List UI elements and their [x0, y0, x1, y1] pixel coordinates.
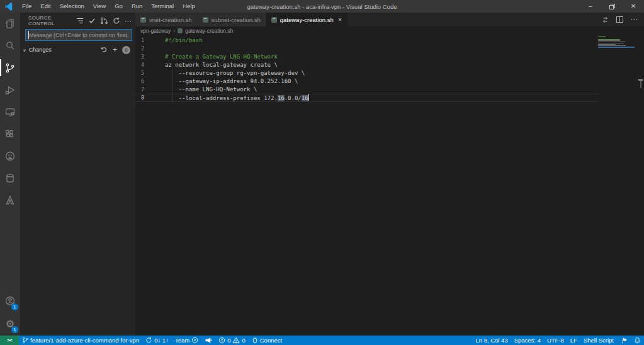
settings-button[interactable]: ⚙ 1 — [0, 313, 20, 336]
code-comment: # Create a Gateway LNG-HQ-Network — [165, 54, 278, 60]
code-line[interactable]: 4az network local-gateway create \ — [135, 61, 598, 69]
sidebar-item-search[interactable] — [0, 35, 20, 57]
sidebar-item-azure[interactable] — [0, 189, 20, 211]
code-line[interactable]: 2 — [135, 45, 598, 53]
code-editor[interactable]: 1#!/bin/bash23# Create a Gateway LNG-HQ-… — [135, 35, 644, 336]
changes-section-header[interactable]: ∨ Changes + 0 — [20, 43, 135, 57]
language-mode-item[interactable]: Shell Script — [580, 336, 617, 345]
notifications-status-item[interactable] — [631, 336, 644, 345]
code-token: --local-address-prefixes 172. — [165, 95, 278, 101]
code-line[interactable]: 3# Create a Gateway LNG-HQ-Network — [135, 53, 598, 61]
sidebar-item-explorer[interactable] — [0, 13, 20, 35]
branch-status-item[interactable]: feature/1-add-azure-cli-command-for-vpn — [19, 336, 142, 345]
menu-edit[interactable]: Edit — [36, 0, 55, 13]
breadcrumb-file[interactable]: gateway-creation.sh — [185, 28, 233, 34]
code-line[interactable]: 7 --name LNG-HQ-Network \ — [135, 86, 598, 94]
stage-all-icon[interactable]: + — [113, 45, 117, 54]
line-number: 2 — [135, 45, 144, 53]
problems-status-item[interactable]: 0 0 — [215, 336, 249, 345]
more-actions-icon[interactable]: ⋯ — [125, 17, 132, 25]
line-number: 4 — [135, 61, 144, 69]
team-status-item[interactable]: Team — [172, 336, 201, 345]
menu-run[interactable]: Run — [127, 0, 147, 13]
text-caret — [28, 31, 29, 39]
sidebar-item-remote-explorer[interactable] — [0, 101, 20, 123]
cursor-position-item[interactable]: Ln 8, Col 43 — [472, 336, 511, 345]
sidebar-item-source-control[interactable] — [0, 57, 20, 79]
sidebar-item-extensions[interactable] — [0, 123, 20, 145]
code-token: --gateway-ip-address 94.0.252.160 \ — [165, 78, 298, 84]
create-pull-request-icon[interactable] — [100, 17, 108, 25]
panel-title: SOURCE CONTROL — [28, 15, 76, 26]
accounts-button[interactable]: 1 — [0, 289, 20, 313]
menu-help[interactable]: Help — [178, 0, 200, 13]
overview-ruler[interactable] — [636, 35, 644, 336]
split-editor-icon[interactable] — [616, 16, 624, 23]
line-number: 5 — [135, 69, 144, 77]
line-text: --name LNG-HQ-Network \ — [144, 86, 257, 94]
sync-status-item[interactable]: 0↓ 1↑ — [142, 336, 172, 345]
remote-indicator[interactable]: >< — [0, 336, 19, 345]
indentation-item[interactable]: Spaces: 4 — [511, 336, 544, 345]
minimap-line — [598, 43, 624, 43]
warnings-icon — [232, 337, 240, 344]
menu-view[interactable]: View — [89, 0, 110, 13]
menu-go[interactable]: Go — [110, 0, 127, 13]
source-control-panel: SOURCE CONTROL ⋯ — [20, 13, 135, 336]
encoding-item[interactable]: UTF-8 — [544, 336, 567, 345]
tab-label: gateway-creation.sh — [280, 16, 334, 23]
tab-subnet-creation[interactable]: subnet-creation.sh — [198, 13, 266, 26]
code-line[interactable]: 5 --resource-group rg-vpn-gateway-dev \ — [135, 69, 598, 77]
menu-file[interactable]: File — [18, 0, 36, 13]
chevron-down-icon: ∨ — [23, 47, 26, 52]
code-token: --resource-group rg-vpn-gateway-dev \ — [165, 70, 305, 76]
code-line[interactable]: 8 --local-address-prefixes 172.16.0.0/16 — [135, 94, 598, 102]
tab-vnet-creation[interactable]: vnet-creation.sh — [135, 13, 198, 26]
menu-terminal[interactable]: Terminal — [147, 0, 178, 13]
tab-bar: vnet-creation.sh subnet-creation.sh gate… — [135, 13, 644, 26]
open-changes-icon[interactable] — [601, 16, 609, 24]
menu-selection[interactable]: Selection — [55, 0, 89, 13]
commit-message-input[interactable] — [25, 29, 132, 41]
warning-count: 0 — [242, 337, 245, 344]
run-debug-icon — [3, 83, 17, 97]
breadcrumb-folder[interactable]: vpn-gateway — [140, 28, 171, 34]
branch-icon — [22, 337, 28, 344]
tab-gateway-creation[interactable]: gateway-creation.sh ✕ — [266, 13, 348, 26]
line-text: --resource-group rg-vpn-gateway-dev \ — [144, 69, 305, 77]
connect-status-item[interactable]: Connect — [249, 336, 285, 345]
close-tab-icon[interactable]: ✕ — [338, 17, 342, 23]
line-text: --local-address-prefixes 172.16.0.0/16 — [144, 94, 309, 102]
sidebar-item-github[interactable] — [0, 145, 20, 167]
disconnected-icon — [191, 337, 198, 344]
line-number: 6 — [135, 77, 144, 86]
changes-count-badge: 0 — [122, 46, 130, 54]
code-line[interactable]: 1#!/bin/bash — [135, 37, 598, 45]
minimap[interactable] — [598, 37, 636, 48]
sidebar-item-database[interactable] — [0, 167, 20, 189]
minimize-button[interactable]: – — [580, 0, 601, 13]
editor-more-actions-icon[interactable]: ⋯ — [630, 15, 638, 24]
line-text: #!/bin/bash — [144, 37, 203, 45]
error-count: 0 — [227, 337, 230, 344]
commit-icon[interactable] — [88, 17, 96, 25]
remote-icon: >< — [7, 337, 11, 343]
restore-button[interactable] — [601, 0, 623, 13]
sidebar-item-run-and-debug[interactable] — [0, 79, 20, 101]
code-line[interactable]: 6 --gateway-ip-address 94.0.252.160 \ — [135, 77, 598, 86]
view-as-tree-icon[interactable] — [76, 17, 84, 25]
announcement-status-item[interactable] — [201, 336, 215, 345]
refresh-icon[interactable] — [113, 17, 120, 25]
line-text — [144, 45, 165, 53]
discard-changes-icon[interactable] — [100, 46, 108, 54]
close-window-button[interactable]: ✕ — [623, 0, 644, 13]
eol-item[interactable]: LF — [567, 336, 580, 345]
code-pane[interactable]: 1#!/bin/bash23# Create a Gateway LNG-HQ-… — [135, 35, 598, 336]
github-icon — [3, 149, 17, 163]
changes-label: Changes — [29, 47, 52, 53]
spaces-label: Spaces: 4 — [514, 337, 541, 344]
line-number: 7 — [135, 86, 144, 94]
language-label: Shell Script — [584, 337, 614, 344]
eol-label: LF — [570, 337, 577, 344]
feedback-status-item[interactable] — [617, 336, 631, 345]
